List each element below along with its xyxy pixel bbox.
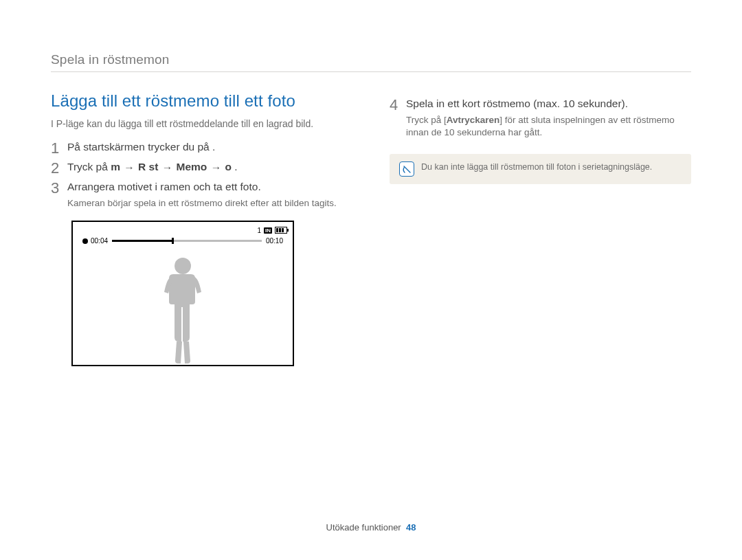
person-silhouette-icon (152, 255, 214, 365)
breadcrumb: Spela in röstmemon (51, 52, 691, 67)
step-4-text: Spela in ett kort röstmemo (max. 10 seku… (406, 97, 691, 111)
section-title: Lägga till ett röstmemo till ett foto (51, 91, 352, 111)
menu-memo: Memo (177, 160, 207, 175)
content-columns: Lägga till ett röstmemo till ett foto I … (51, 91, 691, 366)
step-1-trail: . (210, 141, 216, 153)
arrow-icon: → (210, 161, 223, 175)
manual-page: Spela in röstmemon Lägga till ett röstme… (0, 0, 742, 560)
step-3: 3 Arrangera motivet i ramen och ta ett f… (51, 180, 352, 210)
battery-icon (275, 227, 287, 234)
recording-time-bar: 00:04 00:10 (82, 237, 283, 245)
step-4-note: Tryck på [Avtryckaren] för att sluta ins… (406, 114, 691, 139)
step-4-note-pre: Tryck på [ (406, 115, 447, 125)
step-text: Spela in ett kort röstmemo (max. 10 seku… (406, 97, 691, 139)
camera-preview: 1 IN 00:04 00:10 (71, 221, 294, 366)
storage-in-badge: IN (264, 227, 272, 234)
step-1: 1 På startskärmen trycker du på . (51, 140, 352, 156)
step-number: 3 (51, 180, 67, 196)
total-time: 00:10 (266, 237, 283, 245)
page-footer: Utökade funktioner 48 (0, 522, 742, 533)
step-3-note: Kameran börjar spela in ett röstmemo dir… (67, 197, 352, 210)
record-dot-icon (82, 238, 88, 244)
info-icon (399, 161, 414, 177)
right-column: 4 Spela in ett kort röstmemo (max. 10 se… (390, 91, 691, 366)
elapsed-time: 00:04 (91, 237, 108, 245)
step-text: Tryck på m → R st → Memo → o . (67, 160, 352, 175)
arrow-icon: → (161, 161, 174, 175)
info-note-text: Du kan inte lägga till röstmemon till fo… (421, 161, 652, 173)
step-text: Arrangera motivet i ramen och ta ett fot… (67, 180, 352, 210)
step-3-text: Arrangera motivet i ramen och ta ett fot… (67, 180, 352, 194)
footer-page-number: 48 (406, 522, 416, 533)
camera-status-bar: 1 IN (78, 225, 287, 235)
shot-count-value: 1 (257, 227, 261, 234)
intro-text: I P-läge kan du lägga till ett röstmedde… (51, 117, 352, 131)
step-4-note-bold: Avtryckaren (447, 115, 500, 125)
step-number: 2 (51, 160, 67, 176)
footer-section: Utökade funktioner (326, 522, 401, 533)
step-2-trail: . (234, 161, 237, 172)
arrow-icon: → (123, 161, 135, 175)
step-number: 4 (390, 97, 406, 113)
step-2-prefix: Tryck på (67, 161, 111, 172)
step-4: 4 Spela in ett kort röstmemo (max. 10 se… (390, 97, 691, 139)
step-1-text: På startskärmen trycker du på (67, 141, 210, 153)
step-2: 2 Tryck på m → R st → Memo → o . (51, 160, 352, 176)
step-text: På startskärmen trycker du på . (67, 140, 352, 155)
menu-o: o (225, 160, 231, 175)
left-column: Lägga till ett röstmemo till ett foto I … (51, 91, 352, 366)
info-note: Du kan inte lägga till röstmemon till fo… (390, 154, 691, 184)
divider (51, 71, 691, 72)
step-number: 1 (51, 140, 67, 156)
menu-rst: R st (138, 160, 158, 175)
progress-bar (112, 240, 262, 242)
menu-m: m (111, 160, 120, 175)
camera-shot-count: 1 IN (257, 227, 287, 234)
svg-point-0 (175, 258, 191, 274)
